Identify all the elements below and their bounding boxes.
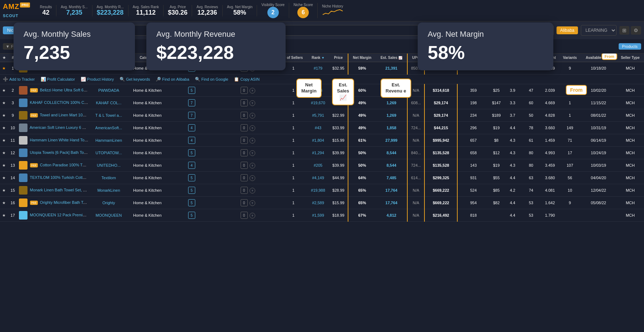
tab-niche[interactable]: Niche <box>3 26 22 34</box>
est-sales-cell: 7,485 <box>376 172 407 184</box>
col-rs-score: Product Score for Reselling <box>216 54 279 62</box>
sellers-cell: 1 <box>280 159 307 172</box>
alibaba-button[interactable]: Alibaba <box>557 26 578 34</box>
action-copy-asin[interactable]: 📋Copy ASIN <box>234 77 260 82</box>
product-name-cell[interactable]: Hammam Linen White Hand Towels 4... <box>17 134 90 147</box>
learning-dropdown[interactable]: LEARNING <box>581 25 617 36</box>
columns-button[interactable]: ⊞ <box>619 26 629 35</box>
product-name-cell[interactable]: Hot Cotton Paradise 100% Turkish... <box>17 159 90 172</box>
brand-cell[interactable]: UNITEDHO... <box>90 159 128 172</box>
est-revenue-cell: $314,618 <box>424 84 457 97</box>
weight-cell: 4.993 <box>540 147 559 159</box>
star-cell[interactable]: ★ <box>0 159 8 172</box>
col-sellers: # of Sellers <box>280 54 307 62</box>
brand-cell[interactable]: HammamLinen <box>90 134 128 147</box>
available-from-cell: 08/01/22 <box>580 109 617 122</box>
niche-score[interactable]: Niche Score 6 <box>289 3 317 18</box>
product-table-container: ★ # Product Name Brand Category Product … <box>0 54 644 222</box>
net-margin-cell: 67% <box>348 209 376 222</box>
product-name-cell[interactable]: Monark Linen Bath Towel Set, Cotton... <box>17 184 90 197</box>
num-cell: 1 <box>8 62 17 75</box>
pl-score-cell: 4 <box>167 159 216 172</box>
pl-score-cell: 5 <box>167 147 216 159</box>
brand-cell[interactable]: PWWDADA <box>90 84 128 97</box>
product-name-cell[interactable]: Hot Belizzi Home Ultra Soft 6 Pac... <box>17 84 90 97</box>
product-name-cell[interactable]: Hot Orighty Microfiber Bath Towe... <box>17 197 90 209</box>
star-cell[interactable]: ★ <box>0 84 8 97</box>
est-sales-cell: 1,269 <box>376 97 407 109</box>
star-cell[interactable]: ★ <box>0 197 8 209</box>
est-revenue-cell: $135,528 <box>424 147 457 159</box>
est-revenue-cell: $44,215 <box>424 122 457 134</box>
action-find-on-google[interactable]: 🔍Find on Google <box>195 77 228 82</box>
product-name-cell[interactable]: Hot Towel and Linen Mart 100% ... <box>17 109 90 122</box>
rs-score-cell: 0 ? <box>216 159 279 172</box>
product-name-cell[interactable]: American Soft Linen Luxury 6 Piece T... <box>17 122 90 134</box>
brand-cell[interactable]: MonarkLinen <box>90 184 128 197</box>
rs-score-cell: 0 ? <box>216 197 279 209</box>
brand-cell[interactable]: UTOPIATOW... <box>90 147 128 159</box>
star-cell[interactable]: ★ <box>0 97 8 109</box>
action-profit-calculator[interactable]: 📊Profit Calculator <box>41 77 75 82</box>
brand-cell[interactable]: TensTowels <box>90 62 128 75</box>
col-rank: Rank ▼ <box>307 54 329 62</box>
logo-text: AMZSCOUT <box>3 2 19 19</box>
products-button[interactable]: Products <box>619 43 641 50</box>
tab-products[interactable]: Products <box>25 26 51 34</box>
star-cell[interactable]: ★ <box>0 122 8 134</box>
brand-cell[interactable]: Orighty <box>90 197 128 209</box>
star-cell[interactable]: ★ <box>0 134 8 147</box>
table-row: ★ 1 Tens Towels Large Bath Towels, 100..… <box>0 62 644 75</box>
search-input[interactable] <box>54 25 554 36</box>
sellers-cell: 1 <box>280 109 307 122</box>
table-row: ★ 14 TEXTILOM 100% Turkish Cotton 6 Pc..… <box>0 172 644 184</box>
product-name-cell[interactable]: TEXTILOM 100% Turkish Cotton 6 Pc... <box>17 172 90 184</box>
action-add-to-tracker[interactable]: ➕Add to Tracker <box>3 77 35 82</box>
product-name-cell[interactable]: Tens Towels Large Bath Towels, 100... <box>17 62 90 75</box>
product-name-cell[interactable]: MOONQUEEN 12 Pack Premium Bath... <box>17 209 90 222</box>
action-find-on-alibaba[interactable]: 🔎Find on Alibaba <box>156 77 189 82</box>
rs-score-cell: 0 ? <box>216 84 279 97</box>
table-row: ★ 3 KAHAF COLLECTION 100% Cotton ... KAH… <box>0 97 644 109</box>
lqs-cell: 61 <box>522 134 541 147</box>
star-cell[interactable]: ★ <box>0 109 8 122</box>
action-product-history[interactable]: 📈Product History <box>81 77 114 82</box>
brand-cell[interactable]: AmericanSoft... <box>90 122 128 134</box>
lqs-cell: 50 <box>522 109 541 122</box>
lqs-cell: 80 <box>522 147 541 159</box>
num-cell: 13 <box>8 159 17 172</box>
visibility-score[interactable]: Visibility Score 2 <box>257 3 289 18</box>
settings-button[interactable]: ⚙ <box>631 26 641 35</box>
brand-cell[interactable]: KAHAF COL... <box>90 97 128 109</box>
star-cell[interactable]: ★ <box>0 172 8 184</box>
action-get-keywords[interactable]: 🔍Get keywords <box>120 77 150 82</box>
rank-cell: #1,294 <box>307 147 329 159</box>
est-revenue-cell: $29,174 <box>424 109 457 122</box>
brand-cell[interactable]: MOONQUEEN <box>90 209 128 222</box>
est-revenue-cell: $29,174 <box>424 97 457 109</box>
star-cell[interactable]: ★ <box>0 209 8 222</box>
pl-score-cell: 4 <box>167 134 216 147</box>
brand-cell[interactable]: Textilom <box>90 172 128 184</box>
pl-score-cell: 6 <box>167 62 216 75</box>
product-name-cell[interactable]: Utopia Towels [6 Pack] Bath Towel Se... <box>17 147 90 159</box>
col-available-from: Available From From <box>580 54 617 62</box>
rpr-cell: $85 <box>489 184 504 197</box>
brand-cell[interactable]: T & L Towel a... <box>90 109 128 122</box>
price-cell: $15.99 <box>329 197 348 209</box>
star-cell[interactable]: ★ <box>0 184 8 197</box>
niche-history[interactable]: Niche History <box>318 4 348 17</box>
product-name-cell[interactable]: KAHAF COLLECTION 100% Cotton ... <box>17 97 90 109</box>
upc-cell: N/A <box>407 109 424 122</box>
star-cell[interactable]: ★ <box>0 62 8 75</box>
star-cell[interactable]: ★ <box>0 147 8 159</box>
lqs-cell: 80 <box>522 159 541 172</box>
pl-score-cell: 5 <box>167 209 216 222</box>
sellers-cell: 1 <box>280 197 307 209</box>
available-from-cell: 11/15/22 <box>580 97 617 109</box>
price-cell: $24.99 <box>329 84 348 97</box>
avg-monthly-revenue-stat: Avg. Monthly R... $223,228 <box>92 5 129 16</box>
variants-cell: 10 <box>559 184 581 197</box>
category-cell: Home & Kitchen <box>127 184 167 197</box>
filters-button[interactable]: ▼ Filters <box>3 43 25 50</box>
